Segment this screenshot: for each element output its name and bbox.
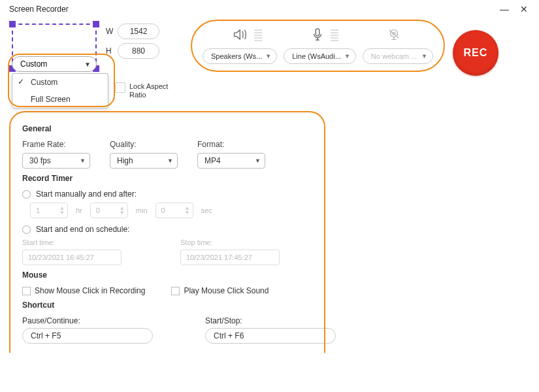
sources-group: Speakers (Ws...▼ Line (WsAudi...▼ No web… — [197, 24, 438, 68]
minutes-unit: min — [136, 206, 148, 214]
schedule-label: Start and end on schedule: — [36, 225, 129, 234]
webcam-select[interactable]: No webcam ...▼ — [363, 48, 433, 64]
general-heading: General — [22, 124, 312, 133]
frame-rate-select[interactable]: 30 fps▼ — [22, 153, 90, 169]
mic-select[interactable]: Line (WsAudi...▼ — [284, 48, 356, 64]
size-mode-dropdown: ✓Custom Full Screen — [12, 73, 108, 108]
seconds-stepper[interactable]: 0▲▼ — [155, 203, 193, 218]
mic-level-bars — [331, 28, 338, 41]
height-input[interactable] — [118, 43, 159, 59]
height-label: H — [106, 46, 118, 56]
quality-select[interactable]: High▼ — [110, 153, 178, 169]
dimension-inputs: W H Lock Aspect Ratio — [106, 24, 175, 99]
speaker-level-bars — [254, 28, 262, 41]
chevron-down-icon: ▼ — [344, 53, 350, 59]
seconds-unit: sec — [201, 206, 212, 214]
manual-end-radio[interactable] — [22, 190, 31, 199]
chevron-down-icon: ▼ — [255, 157, 261, 164]
format-select[interactable]: MP4▼ — [197, 153, 265, 169]
record-button[interactable]: REC — [453, 30, 498, 76]
chevron-down-icon: ▼ — [80, 157, 86, 164]
close-button[interactable]: ✕ — [514, 4, 534, 14]
chevron-down-icon: ▼ — [84, 61, 91, 68]
hours-unit: hr — [76, 206, 82, 214]
width-label: W — [106, 27, 118, 36]
size-mode-select[interactable]: Custom ▼ — [12, 56, 97, 72]
play-sound-checkbox[interactable] — [171, 287, 180, 295]
pause-shortcut-label: Pause/Continue: — [22, 316, 80, 325]
schedule-radio[interactable] — [22, 225, 31, 234]
speaker-icon-cell — [232, 27, 262, 42]
quality-label: Quality: — [110, 140, 178, 149]
stop-time-label: Stop time: — [180, 238, 213, 246]
chevron-down-icon: ▼ — [167, 157, 173, 164]
speaker-icon — [232, 27, 250, 42]
mic-icon-cell — [308, 27, 338, 42]
size-option-custom[interactable]: ✓Custom — [12, 74, 108, 91]
resize-handle-tr[interactable] — [93, 21, 99, 27]
width-input[interactable] — [118, 24, 159, 39]
minimize-button[interactable]: — — [495, 4, 514, 14]
webcam-icon-cell — [385, 27, 403, 42]
svg-rect-0 — [316, 29, 320, 36]
resize-handle-tl[interactable] — [9, 21, 16, 27]
webcam-off-icon — [385, 27, 403, 42]
settings-panel: General Frame Rate: 30 fps▼ Quality: Hig… — [10, 112, 324, 351]
start-shortcut-label: Start/Stop: — [205, 316, 242, 325]
timer-heading: Record Timer — [22, 174, 312, 183]
chevron-down-icon: ▼ — [265, 53, 271, 59]
size-mode-wrap: Custom ▼ ✓Custom Full Screen — [12, 56, 108, 108]
lock-aspect-label: Lock Aspect Ratio — [129, 82, 175, 99]
settings-panel-wrap: General Frame Rate: 30 fps▼ Quality: Hig… — [10, 112, 324, 351]
size-option-fullscreen[interactable]: Full Screen — [12, 91, 108, 108]
lock-aspect-icon[interactable] — [115, 82, 125, 93]
window-title: Screen Recorder — [5, 5, 495, 14]
chevron-down-icon: ▼ — [421, 53, 427, 59]
minutes-stepper[interactable]: 0▲▼ — [90, 203, 128, 218]
title-bar: Screen Recorder — ✕ — [0, 0, 539, 18]
shortcut-heading: Shortcut — [22, 301, 312, 310]
show-click-label: Show Mouse Click in Recording — [35, 286, 145, 295]
start-time-label: Start time: — [22, 238, 55, 246]
speaker-select[interactable]: Speakers (Ws...▼ — [203, 48, 277, 64]
play-sound-label: Play Mouse Click Sound — [184, 286, 269, 295]
manual-end-label: Start manually and end after: — [36, 189, 137, 199]
show-click-checkbox[interactable] — [22, 287, 31, 295]
pause-shortcut-input[interactable]: Ctrl + F5 — [22, 328, 153, 344]
mouse-heading: Mouse — [22, 270, 312, 280]
hours-stepper[interactable]: 1▲▼ — [30, 203, 68, 218]
check-icon: ✓ — [18, 77, 24, 86]
microphone-icon — [308, 27, 327, 42]
start-shortcut-input[interactable]: Ctrl + F6 — [205, 328, 336, 344]
format-label: Format: — [197, 140, 265, 149]
start-time-input[interactable]: 10/23/2021 16:45:27 — [22, 250, 122, 265]
frame-rate-label: Frame Rate: — [22, 140, 90, 149]
stop-time-input[interactable]: 10/23/2021 17:45:27 — [180, 250, 280, 265]
